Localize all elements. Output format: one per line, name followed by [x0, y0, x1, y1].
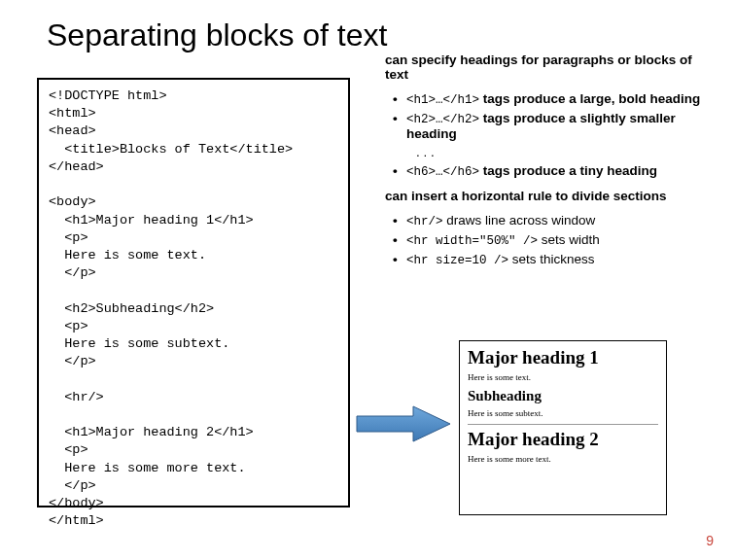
hr-list: <hr/> draws line across window <hr width…: [385, 213, 716, 267]
preview-hr: [468, 424, 658, 425]
page-number: 9: [706, 533, 714, 548]
text-hr-size: sets thickness: [508, 252, 595, 266]
code-h6: <h6>…</h6>: [406, 165, 479, 179]
text-h6: tags produce a tiny heading: [479, 163, 657, 178]
preview-text-1: Here is some text.: [468, 372, 658, 382]
code-h2: <h2>…</h2>: [406, 113, 479, 126]
text-hr: draws line across window: [443, 213, 596, 228]
preview-text-3: Here is some more text.: [468, 454, 658, 464]
preview-heading-1a: Major heading 1: [468, 347, 658, 368]
slide-title: Separating blocks of text: [47, 18, 387, 53]
ellipsis: . . .: [406, 145, 716, 159]
code-example-box: <!DOCTYPE html> <html> <head> <title>Blo…: [37, 78, 350, 508]
headings-list: <h1>…</h1> tags produce a large, bold he…: [385, 91, 716, 179]
bullet-h2: <h2>…</h2> tags produce a slightly small…: [406, 111, 716, 141]
preview-subheading: Subheading: [468, 388, 658, 404]
svg-marker-0: [357, 406, 450, 441]
code-hr: <hr/>: [406, 215, 443, 228]
code-h1: <h1>…</h1>: [406, 93, 479, 107]
code-hr-size: <hr size=10 />: [406, 254, 508, 267]
text-h1: tags produce a large, bold heading: [479, 91, 700, 106]
explanation-column: can specify headings for paragraphs or b…: [385, 52, 716, 277]
code-hr-width: <hr width="50%" />: [406, 234, 538, 248]
arrow-icon: [355, 404, 452, 443]
hr-intro: can insert a horizontal rule to divide s…: [385, 189, 716, 203]
bullet-hr-basic: <hr/> draws line across window: [406, 213, 716, 228]
rendered-preview-box: Major heading 1 Here is some text. Subhe…: [459, 340, 667, 515]
headings-intro: can specify headings for paragraphs or b…: [385, 52, 716, 82]
preview-text-2: Here is some subtext.: [468, 408, 658, 418]
bullet-h1: <h1>…</h1> tags produce a large, bold he…: [406, 91, 716, 107]
bullet-h6: <h6>…</h6> tags produce a tiny heading: [406, 163, 716, 179]
bullet-hr-size: <hr size=10 /> sets thickness: [406, 252, 716, 267]
bullet-hr-width: <hr width="50%" /> sets width: [406, 232, 716, 248]
text-hr-width: sets width: [538, 232, 600, 247]
preview-heading-1b: Major heading 2: [468, 429, 658, 450]
